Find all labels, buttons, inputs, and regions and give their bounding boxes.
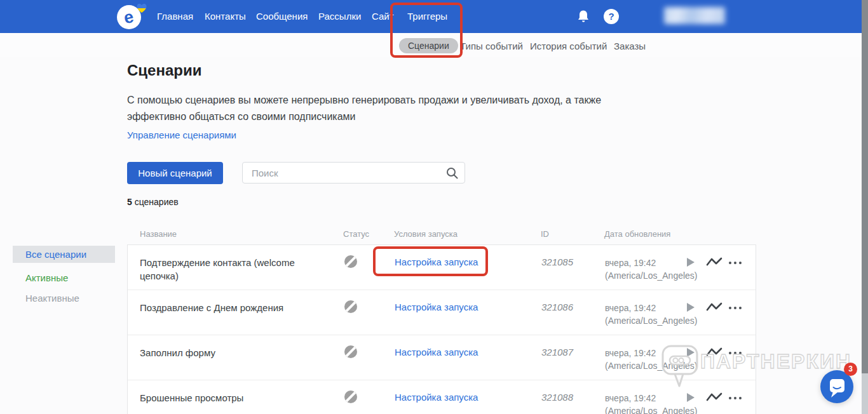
- logo-e-glyph: e: [123, 8, 135, 27]
- nav-item-site[interactable]: Сайт: [372, 0, 394, 33]
- search-icon[interactable]: [446, 167, 458, 179]
- table-row: Подтверждение контакта (welcome цепочка)…: [128, 245, 756, 290]
- scenario-name[interactable]: Подтверждение контакта (welcome цепочка): [140, 256, 300, 283]
- nav-item-main[interactable]: Главная: [157, 0, 193, 33]
- status-inactive-icon: [344, 391, 357, 403]
- scenario-name[interactable]: Поздравление с Днем рождения: [140, 301, 300, 314]
- more-options-icon[interactable]: [729, 306, 744, 310]
- update-date-timezone: (America/Los_Angeles): [605, 269, 700, 282]
- notifications-bell-icon[interactable]: [577, 10, 590, 23]
- scenario-count: 5 сценариев: [127, 197, 179, 207]
- scenario-id: 321087: [541, 347, 573, 357]
- search-box: [242, 162, 465, 184]
- scenario-name[interactable]: Заполнил форму: [140, 346, 300, 359]
- page-title: Сценарии: [127, 62, 201, 79]
- status-inactive-icon: [344, 345, 357, 358]
- table-row: Брошенные просмотры Настройка запуска 32…: [128, 380, 756, 414]
- scenario-count-label: сценариев: [135, 197, 179, 207]
- nav-item-messages[interactable]: Сообщения: [256, 0, 308, 33]
- play-icon[interactable]: [686, 257, 695, 267]
- subnav-bar: Сценарии Типы событий История событий За…: [0, 33, 868, 57]
- scenario-id: 321088: [541, 392, 573, 403]
- scenario-id: 321085: [541, 257, 573, 267]
- nav-item-campaigns[interactable]: Рассылки: [318, 0, 361, 33]
- chat-unread-badge: 3: [844, 363, 857, 376]
- table-row: Заполнил форму Настройка запуска 321087 …: [128, 335, 756, 380]
- nav-item-contacts[interactable]: Контакты: [205, 0, 246, 33]
- sidebar-item-all-scenarios[interactable]: Все сценарии: [13, 246, 115, 263]
- launch-settings-link[interactable]: Настройка запуска: [395, 302, 478, 312]
- launch-settings-link[interactable]: Настройка запуска: [395, 257, 478, 267]
- search-input[interactable]: [243, 163, 440, 183]
- status-inactive-icon: [344, 300, 357, 313]
- more-options-icon[interactable]: [729, 351, 744, 355]
- subnav-item-event-types[interactable]: Типы событий: [460, 41, 523, 51]
- status-inactive-icon: [344, 255, 357, 268]
- top-navbar: e Главная Контакты Сообщения Рассылки Са…: [0, 0, 868, 33]
- play-icon[interactable]: [686, 392, 695, 403]
- help-icon[interactable]: ?: [604, 9, 619, 24]
- col-header-updated: Дата обновления: [604, 229, 670, 239]
- update-date-timezone: (America/Los_Angeles): [605, 359, 700, 372]
- update-date-timezone: (America/Los_Angeles): [605, 404, 700, 414]
- subnav-item-scenarios[interactable]: Сценарии: [399, 38, 458, 53]
- play-icon[interactable]: [686, 347, 695, 357]
- col-header-id: ID: [541, 229, 549, 239]
- table-row: Поздравление с Днем рождения Настройка з…: [128, 290, 756, 335]
- launch-settings-link[interactable]: Настройка запуска: [395, 392, 478, 403]
- stats-icon[interactable]: [706, 347, 722, 358]
- new-scenario-button[interactable]: Новый сценарий: [127, 162, 223, 184]
- scenario-id: 321086: [541, 302, 573, 312]
- play-icon[interactable]: [686, 302, 695, 312]
- user-account-blurred[interactable]: [664, 7, 725, 24]
- sendpulse-logo[interactable]: e: [117, 4, 150, 32]
- col-header-status: Статус: [343, 229, 369, 239]
- stats-icon[interactable]: [706, 257, 722, 268]
- sidebar-item-inactive[interactable]: Неактивные: [13, 290, 115, 307]
- stats-icon[interactable]: [706, 302, 722, 313]
- page-description: С помощью сценариев вы можете непрерывно…: [127, 92, 621, 125]
- help-glyph: ?: [608, 11, 614, 22]
- scenario-count-number: 5: [127, 197, 132, 207]
- sidebar-item-active[interactable]: Активные: [13, 269, 115, 286]
- col-header-name: Название: [140, 229, 177, 239]
- subnav-item-orders[interactable]: Заказы: [614, 41, 646, 51]
- nav-item-triggers[interactable]: Триггеры: [407, 0, 447, 33]
- ukraine-heart-icon: [136, 3, 147, 13]
- update-date-timezone: (America/Los_Angeles): [605, 314, 700, 327]
- more-options-icon[interactable]: [729, 261, 744, 265]
- col-header-conditions: Условия запуска: [394, 229, 458, 239]
- stats-icon[interactable]: [706, 392, 722, 403]
- subnav-item-event-history[interactable]: История событий: [530, 41, 607, 51]
- launch-settings-link[interactable]: Настройка запуска: [395, 347, 478, 357]
- scenario-name[interactable]: Брошенные просмотры: [140, 391, 300, 404]
- more-options-icon[interactable]: [729, 396, 744, 400]
- manage-scenarios-link[interactable]: Управление сценариями: [127, 130, 236, 140]
- scrollbar-thumb[interactable]: [862, 0, 868, 373]
- scenarios-table: Подтверждение контакта (welcome цепочка)…: [127, 244, 756, 414]
